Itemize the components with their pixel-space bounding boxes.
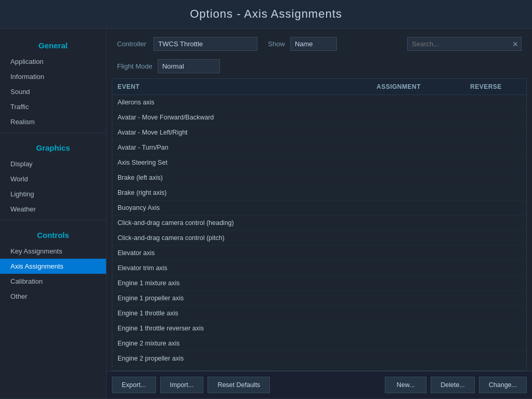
assignment-cell: [371, 216, 465, 230]
table-body[interactable]: Ailerons axis Avatar - Move Forward/Back…: [112, 95, 526, 370]
delete-button[interactable]: Delete...: [431, 377, 475, 393]
spacer-cell: [517, 155, 526, 170]
reverse-cell: [465, 201, 517, 215]
flight-mode-select[interactable]: Normal Simple Advanced: [158, 59, 220, 73]
table-row[interactable]: Brake (left axis): [112, 170, 526, 185]
sidebar-item-traffic[interactable]: Traffic: [0, 99, 106, 114]
assignment-cell: [371, 246, 465, 260]
show-select[interactable]: Name ID: [290, 37, 337, 51]
assignment-cell: [371, 155, 465, 170]
event-cell: Click-and-drag camera control (heading): [112, 216, 371, 230]
sidebar: General Application Information Sound Tr…: [0, 29, 107, 398]
reset-defaults-button[interactable]: Reset Defaults: [207, 377, 270, 393]
event-cell: Avatar - Move Forward/Backward: [112, 110, 371, 125]
reverse-cell: [465, 185, 517, 200]
sidebar-item-realism[interactable]: Realism: [0, 114, 106, 129]
new-button[interactable]: New...: [385, 377, 426, 393]
col-event: EVENT: [112, 79, 371, 95]
reverse-cell: [465, 140, 517, 155]
assignment-cell: [371, 231, 465, 245]
table-row[interactable]: Avatar - Move Left/Right: [112, 125, 526, 140]
sidebar-item-weather[interactable]: Weather: [0, 202, 106, 217]
spacer-cell: [517, 216, 526, 230]
event-cell: Avatar - Turn/Pan: [112, 140, 371, 155]
reverse-cell: [465, 216, 517, 230]
table-row[interactable]: Axis Steering Set: [112, 155, 526, 170]
event-cell: Engine 1 propeller axis: [112, 291, 371, 305]
table-row[interactable]: Engine 1 throttle axis: [112, 306, 526, 321]
search-input[interactable]: [407, 37, 522, 51]
sidebar-item-axis-assignments[interactable]: Axis Assignments: [0, 259, 106, 274]
event-cell: Elevator axis: [112, 246, 371, 260]
event-cell: Ailerons axis: [112, 95, 371, 110]
event-cell: Axis Steering Set: [112, 155, 371, 170]
table-row[interactable]: Engine 1 propeller axis: [112, 291, 526, 306]
spacer-cell: [517, 306, 526, 321]
graphics-section-title: Graphics: [0, 136, 106, 156]
import-button[interactable]: Import...: [160, 377, 204, 393]
sidebar-divider-1: [0, 132, 106, 133]
table-row[interactable]: Avatar - Move Forward/Backward: [112, 110, 526, 125]
content-header: Controller TWCS Throttle Keyboard Mouse …: [107, 29, 532, 56]
flight-mode-row: Flight Mode Normal Simple Advanced: [107, 56, 532, 78]
reverse-cell: [465, 125, 517, 140]
table-row[interactable]: Click-and-drag camera control (pitch): [112, 231, 526, 246]
assignment-cell: [371, 110, 465, 125]
table-row[interactable]: Brake (right axis): [112, 185, 526, 201]
sidebar-item-information[interactable]: Information: [0, 69, 106, 84]
reverse-cell: [465, 170, 517, 185]
sidebar-divider-2: [0, 220, 106, 220]
table-row[interactable]: Avatar - Turn/Pan: [112, 140, 526, 155]
assignment-cell: [371, 95, 465, 110]
sidebar-item-world[interactable]: World: [0, 171, 106, 187]
reverse-cell: [465, 321, 517, 336]
event-cell: Avatar - Move Left/Right: [112, 125, 371, 140]
reverse-cell: [465, 351, 517, 366]
assignment-cell: [371, 140, 465, 155]
assignment-cell: [371, 261, 465, 275]
sidebar-item-display[interactable]: Display: [0, 156, 106, 171]
spacer-cell: [517, 201, 526, 215]
table-row[interactable]: Buoyancy Axis: [112, 201, 526, 216]
spacer-cell: [517, 140, 526, 155]
spacer-cell: [517, 336, 526, 351]
sidebar-item-application[interactable]: Application: [0, 54, 106, 69]
reverse-cell: [465, 95, 517, 110]
export-button[interactable]: Export...: [112, 377, 156, 393]
event-cell: Engine 1 mixture axis: [112, 276, 371, 290]
spacer-cell: [517, 261, 526, 275]
spacer-cell: [517, 95, 526, 110]
search-clear-icon[interactable]: ✕: [512, 40, 518, 48]
reverse-cell: [465, 261, 517, 275]
spacer-cell: [517, 276, 526, 290]
assignment-cell: [371, 351, 465, 366]
table-row[interactable]: Elevator axis: [112, 246, 526, 261]
show-label: Show: [268, 40, 285, 48]
reverse-cell: [465, 276, 517, 290]
table-row[interactable]: Engine 2 mixture axis: [112, 336, 526, 351]
bottom-bar: Export... Import... Reset Defaults New..…: [107, 371, 532, 398]
sidebar-item-key-assignments[interactable]: Key Assignments: [0, 244, 106, 259]
sidebar-item-lighting[interactable]: Lighting: [0, 187, 106, 202]
event-cell: Brake (left axis): [112, 170, 371, 185]
change-button[interactable]: Change...: [479, 377, 527, 393]
table-row[interactable]: Engine 2 propeller axis: [112, 351, 526, 366]
sidebar-item-other[interactable]: Other: [0, 289, 106, 304]
sidebar-item-sound[interactable]: Sound: [0, 84, 106, 99]
content-area: Controller TWCS Throttle Keyboard Mouse …: [107, 29, 532, 398]
controller-select[interactable]: TWCS Throttle Keyboard Mouse: [153, 37, 257, 51]
event-cell: Elevator trim axis: [112, 261, 371, 275]
col-scroll: [517, 79, 527, 95]
event-table: EVENT ASSIGNMENT REVERSE Ailerons axis A…: [112, 78, 527, 371]
spacer-cell: [517, 185, 526, 200]
sidebar-item-calibration[interactable]: Calibration: [0, 274, 106, 289]
search-container: ✕: [407, 37, 522, 51]
assignment-cell: [371, 336, 465, 351]
page-title: Options - Axis Assignments: [190, 7, 342, 20]
table-row[interactable]: Engine 1 throttle reverser axis: [112, 321, 526, 336]
table-row[interactable]: Engine 1 mixture axis: [112, 276, 526, 291]
table-row[interactable]: Ailerons axis: [112, 95, 526, 110]
table-row[interactable]: Click-and-drag camera control (heading): [112, 216, 526, 231]
table-row[interactable]: Elevator trim axis: [112, 261, 526, 276]
spacer-cell: [517, 170, 526, 185]
